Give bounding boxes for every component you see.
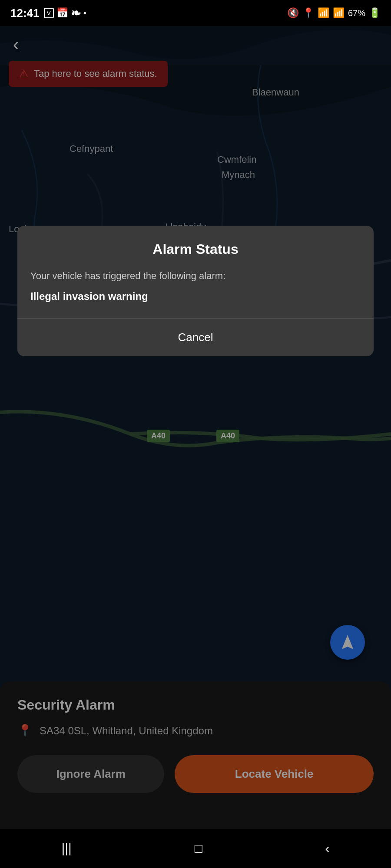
status-icon-v: V: [44, 8, 54, 18]
alarm-modal-description: Your vehicle has triggered the following…: [30, 270, 361, 282]
battery-text: 67%: [348, 8, 365, 18]
status-icon-badge: ❧: [71, 6, 81, 20]
signal-icon: 📶: [333, 7, 345, 19]
android-back-button[interactable]: ‹: [312, 837, 343, 860]
alarm-modal-title: Alarm Status: [152, 241, 238, 257]
status-dot: •: [83, 8, 86, 18]
location-icon: 📍: [302, 7, 314, 19]
status-bar: 12:41 V 📅 ❧ • 🔇 📍 📶 📶 67% 🔋: [0, 0, 391, 26]
mute-icon: 🔇: [287, 7, 299, 19]
android-recent-button[interactable]: |||: [48, 837, 84, 860]
wifi-icon: 📶: [318, 7, 329, 19]
status-icon-calendar: 📅: [56, 7, 68, 19]
battery-icon: 🔋: [369, 7, 381, 19]
android-nav-bar: ||| □ ‹: [0, 829, 391, 868]
status-time: 12:41: [10, 7, 40, 20]
alarm-cancel-button[interactable]: Cancel: [17, 319, 374, 356]
android-home-button[interactable]: □: [182, 837, 215, 860]
alarm-status-modal: Alarm Status Your vehicle has triggered …: [17, 226, 374, 356]
alarm-modal-warning-text: Illegal invasion warning: [30, 290, 361, 302]
alarm-modal-body: Your vehicle has triggered the following…: [17, 266, 374, 318]
alarm-cancel-label: Cancel: [178, 331, 213, 344]
modal-overlay: [0, 0, 391, 868]
alarm-modal-header: Alarm Status: [17, 226, 374, 266]
